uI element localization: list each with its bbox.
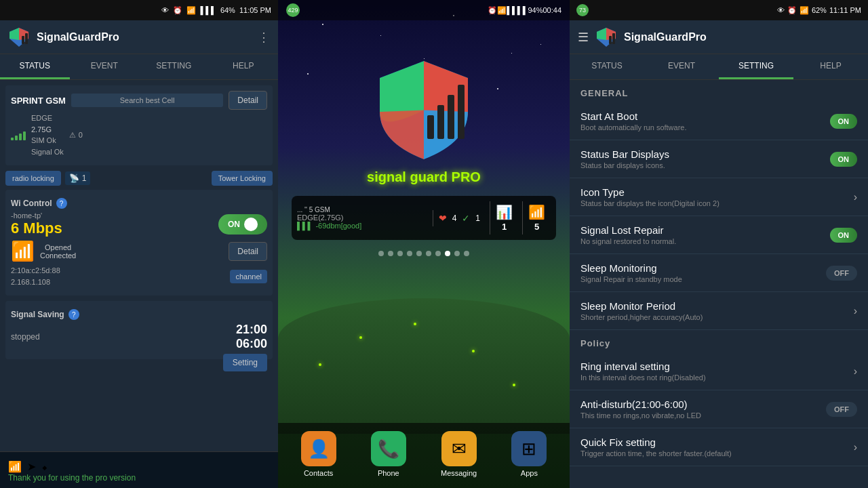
- alarm-icon-left: ⏰: [173, 6, 182, 15]
- setting-anti-disturb: Anti-disturb(21:00-6:00) This time no ri…: [570, 390, 868, 428]
- menu-icon-right[interactable]: ☰: [578, 30, 589, 45]
- setting-status-bar-displays: Status Bar Displays Status bar displays …: [570, 140, 868, 178]
- alert-icon: ⚠: [69, 131, 76, 140]
- signal-saving-help[interactable]: ?: [68, 309, 79, 320]
- start-at-boot-toggle[interactable]: ON: [830, 114, 858, 129]
- dock-contacts[interactable]: 👤 Contacts: [301, 431, 336, 477]
- bar-2: [15, 136, 18, 140]
- dock-apps[interactable]: ⊞ Apps: [511, 431, 547, 477]
- tab-setting-left[interactable]: SETTING: [139, 54, 209, 79]
- toggle-circle: [244, 218, 258, 231]
- tab-event-right[interactable]: EVENT: [644, 54, 719, 79]
- dock-bar: 👤 Contacts 📞 Phone ✉ Messaging ⊞ Apps: [278, 423, 570, 488]
- signal-info-block: SPRINT GSM Search best Cell Detail EDGE …: [5, 85, 273, 165]
- wifi-status-row: 📶 Opened Connected Detail: [11, 240, 267, 262]
- setting-sleep-monitor-period[interactable]: Sleep Monitor Period Shorter period,high…: [570, 292, 868, 330]
- sleep-monitor-period-desc: Shorter period,higher accuracy(Auto): [580, 313, 848, 321]
- status-bar-displays-toggle[interactable]: ON: [830, 152, 858, 167]
- dot-4: [416, 251, 422, 256]
- share-icon-left[interactable]: ⋮: [258, 30, 270, 45]
- apps-label: Apps: [521, 469, 538, 477]
- svg-rect-6: [437, 105, 444, 139]
- widget-dbm: ▌▌▌ -69dbm[good]: [297, 222, 429, 230]
- dot-7: [445, 251, 450, 256]
- speed-display: 6 Mbps: [11, 220, 62, 237]
- app-title-right: SignalGuardPro: [624, 31, 860, 43]
- anti-disturb-toggle[interactable]: OFF: [826, 402, 857, 417]
- tab-status-right[interactable]: STATUS: [570, 54, 644, 79]
- sleep-monitoring-toggle[interactable]: OFF: [826, 266, 857, 281]
- signal-detail-btn[interactable]: Detail: [229, 91, 267, 110]
- start-at-boot-desc: Boot automatically run software.: [580, 123, 825, 131]
- wi-control-help[interactable]: ?: [56, 198, 67, 209]
- icon-type-text: Icon Type Status bar displays the icon(D…: [580, 186, 848, 207]
- setting-sleep-monitoring: Sleep Monitoring Signal Repair in standb…: [570, 254, 868, 292]
- tab-help-right[interactable]: HELP: [793, 54, 868, 79]
- setting-btn-bottom[interactable]: Setting: [223, 354, 267, 371]
- signal-lost-repair-toggle[interactable]: ON: [830, 228, 858, 243]
- channel-btn[interactable]: channel: [230, 270, 267, 283]
- tab-setting-right[interactable]: SETTING: [719, 54, 793, 79]
- nav-bottom-icon: ➤: [27, 460, 36, 473]
- tower-icon: 📡: [69, 174, 79, 183]
- toggle-label: ON: [228, 220, 240, 229]
- general-section-header: GENERAL: [570, 80, 868, 102]
- wi-control-toggle[interactable]: ON: [218, 214, 267, 235]
- ring-interval-text: Ring interval setting In this interval d…: [580, 361, 848, 382]
- svg-marker-2: [9, 28, 19, 40]
- widget-edge-type: EDGE(2.75G): [297, 214, 429, 222]
- wifi-status-text: Opened Connected: [40, 243, 76, 260]
- status-right-info: 👁 ⏰ 📶 62% 11:11 PM: [777, 6, 861, 15]
- svg-rect-12: [609, 36, 612, 44]
- setting-quick-fix[interactable]: Quick Fix setting Trigger action time, t…: [570, 428, 868, 466]
- phone-icon: 📞: [371, 431, 406, 466]
- tower-count: 1: [82, 174, 87, 183]
- dock-messaging[interactable]: ✉ Messaging: [441, 431, 477, 477]
- setting-icon-type[interactable]: Icon Type Status bar displays the icon(D…: [570, 178, 868, 216]
- center-panel: 429 ⏰ 📶 ▌▌▌▌ 94% 00:44: [278, 0, 570, 488]
- wi-control-label: Wi Control: [11, 199, 52, 208]
- tower-locking-btn[interactable]: Tower Locking: [212, 171, 273, 186]
- alarm-icon-center: ⏰: [488, 6, 497, 15]
- sim-status: SIM Ok: [31, 135, 64, 146]
- network-type-text: ... '' 5 GSM: [297, 206, 330, 214]
- tab-help-left[interactable]: HELP: [209, 54, 279, 79]
- badge-right: 73: [576, 4, 589, 16]
- left-panel: 👁 ⏰ 📶 ▌▌▌ 64% 11:05 PM SignalGuardPro ⋮ …: [0, 0, 278, 488]
- policy-section-header: Policy: [570, 330, 868, 352]
- carrier-row: SPRINT GSM Search best Cell Detail: [11, 91, 267, 110]
- icon-type-title: Icon Type: [580, 186, 848, 198]
- ssid-text: -home-tp': [11, 211, 62, 220]
- start-at-boot-title: Start At Boot: [580, 110, 825, 122]
- svg-rect-8: [458, 85, 465, 139]
- tab-event-left[interactable]: EVENT: [70, 54, 140, 79]
- locking-row: radio locking 📡 1 Tower Locking: [5, 171, 273, 186]
- time-left: 11:05 PM: [239, 6, 271, 14]
- chart-icon: 📊: [496, 204, 513, 220]
- tab-status-left[interactable]: STATUS: [0, 54, 70, 79]
- eye-icon-right: 👁: [777, 6, 785, 14]
- app-logo-left: [8, 26, 30, 48]
- radio-locking-btn[interactable]: radio locking: [5, 171, 61, 186]
- wifi-detail-btn[interactable]: Detail: [229, 242, 267, 261]
- wi-control-block: Wi Control ? -home-tp' 6 Mbps ON 📶 Opene…: [5, 190, 273, 296]
- widget-chart-block: 📊 1: [490, 201, 518, 235]
- svg-rect-13: [612, 33, 615, 44]
- right-panel: 73 👁 ⏰ 📶 62% 11:11 PM ☰ SignalGuardPro S…: [570, 0, 868, 488]
- setting-ring-interval[interactable]: Ring interval setting In this interval d…: [570, 352, 868, 390]
- signal-lost-repair-title: Signal Lost Repair: [580, 224, 825, 236]
- svg-rect-3: [22, 36, 24, 44]
- signal-lost-repair-desc: No signal restored to normal.: [580, 237, 825, 245]
- apps-icon: ⊞: [511, 431, 547, 466]
- dock-phone[interactable]: 📞 Phone: [371, 431, 406, 477]
- saving-status: stopped: [11, 332, 40, 342]
- signal-bars-status-left: ▌▌▌: [200, 6, 216, 14]
- sleep-monitoring-desc: Signal Repair in standby mode: [580, 275, 821, 283]
- network-type: EDGE: [31, 113, 64, 124]
- signal-bars-visual: [11, 129, 26, 140]
- search-cell-btn[interactable]: Search best Cell: [71, 94, 223, 107]
- dot-9: [464, 251, 469, 256]
- ring-interval-chevron: ›: [854, 365, 857, 378]
- contacts-icon: 👤: [301, 431, 336, 466]
- signal-detail-text: EDGE 2.75G SIM Ok Signal Ok: [31, 113, 64, 157]
